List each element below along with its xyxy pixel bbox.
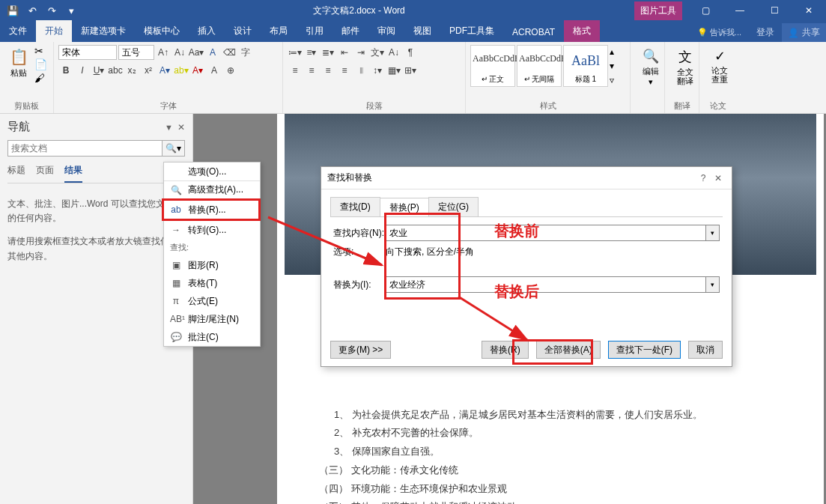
- clear-format-icon[interactable]: ⌫: [222, 45, 237, 60]
- bullets-icon[interactable]: ≔▾: [288, 45, 303, 60]
- tab-acrobat[interactable]: ACROBAT: [503, 22, 564, 42]
- nav-tab-pages[interactable]: 页面: [36, 164, 54, 183]
- find-dropdown-icon[interactable]: ▾: [706, 225, 720, 241]
- shading-icon[interactable]: ▦▾: [386, 63, 401, 78]
- tab-template-center[interactable]: 模板中心: [135, 20, 189, 42]
- full-translate-button[interactable]: 文 全文 翻译: [669, 45, 701, 85]
- undo-icon[interactable]: ↶: [24, 2, 40, 19]
- tell-me[interactable]: 💡 告诉我...: [690, 27, 749, 38]
- find-input[interactable]: [386, 225, 706, 241]
- indent-dec-icon[interactable]: ⇤: [337, 45, 352, 60]
- enclose-char-icon[interactable]: 字: [238, 45, 253, 60]
- align-left-icon[interactable]: ≡: [288, 63, 303, 78]
- numbering-icon[interactable]: ≡▾: [304, 45, 319, 60]
- nav-search-button[interactable]: 🔍▾: [163, 140, 185, 157]
- menu-goto[interactable]: →转到(G)...: [164, 221, 260, 239]
- qat-more-icon[interactable]: ▾: [63, 2, 79, 19]
- font-size-combo[interactable]: 五号: [118, 45, 154, 60]
- char-border-icon[interactable]: A: [207, 63, 222, 78]
- tab-view[interactable]: 视图: [404, 20, 440, 42]
- find-next-button[interactable]: 查找下一处(F): [608, 341, 681, 359]
- menu-tables[interactable]: ▦表格(T): [164, 274, 260, 292]
- borders-icon[interactable]: ⊞▾: [403, 63, 418, 78]
- tab-layout[interactable]: 布局: [261, 20, 297, 42]
- dialog-close-icon[interactable]: ✕: [711, 173, 726, 183]
- indent-inc-icon[interactable]: ⇥: [353, 45, 368, 60]
- paper-check-button[interactable]: ✓ 论文 查重: [704, 45, 735, 84]
- dialog-help-icon[interactable]: ?: [696, 173, 711, 183]
- close-icon[interactable]: ✕: [792, 0, 826, 21]
- tab-template-item[interactable]: 新建选项卡: [72, 20, 135, 42]
- cut-icon[interactable]: ✂: [34, 45, 47, 57]
- cancel-button[interactable]: 取消: [688, 341, 723, 359]
- paste-button[interactable]: 📋 粘贴: [4, 45, 33, 84]
- styles-down-icon[interactable]: ▾: [610, 61, 620, 71]
- distribute-icon[interactable]: ⫴: [353, 63, 368, 78]
- menu-footnotes[interactable]: AB¹脚注/尾注(N): [164, 310, 260, 328]
- align-right-icon[interactable]: ≡: [321, 63, 335, 78]
- minimize-icon[interactable]: —: [723, 0, 757, 21]
- redo-icon[interactable]: ↷: [43, 2, 60, 19]
- line-spacing-icon[interactable]: ↕▾: [370, 63, 385, 78]
- change-case-icon[interactable]: Aa▾: [189, 45, 204, 60]
- tab-insert[interactable]: 插入: [189, 20, 225, 42]
- edit-button[interactable]: 🔍 编辑▾: [635, 45, 666, 87]
- tab-mail[interactable]: 邮件: [332, 20, 368, 42]
- styles-up-icon[interactable]: ▴: [610, 46, 620, 57]
- picture-tools-tab[interactable]: 图片工具: [634, 1, 682, 20]
- tab-design[interactable]: 设计: [225, 20, 261, 42]
- subscript-icon[interactable]: x₂: [124, 63, 139, 78]
- menu-advanced-find[interactable]: 🔍高级查找(A)...: [164, 180, 260, 198]
- highlight-icon[interactable]: ab▾: [174, 63, 189, 78]
- login-link[interactable]: 登录: [749, 26, 782, 39]
- multilevel-icon[interactable]: ≣▾: [321, 45, 335, 60]
- style-heading1[interactable]: AaBl标题 1: [563, 45, 608, 87]
- nav-tab-headings[interactable]: 标题: [7, 164, 25, 183]
- style-normal[interactable]: AaBbCcDdE↵ 正文: [470, 45, 515, 87]
- phonetic-icon[interactable]: A: [205, 45, 220, 60]
- replace-all-button[interactable]: 全部替换(A): [536, 341, 601, 359]
- copy-icon[interactable]: 📄: [34, 58, 47, 70]
- tab-review[interactable]: 审阅: [368, 20, 404, 42]
- grow-font-icon[interactable]: A↑: [156, 45, 171, 60]
- share-button[interactable]: 👤 共享: [782, 23, 826, 42]
- ribbon-options-icon[interactable]: ▢: [688, 0, 723, 21]
- font-name-combo[interactable]: 宋体: [58, 45, 117, 60]
- replace-input[interactable]: [386, 276, 706, 293]
- show-marks-icon[interactable]: ¶: [403, 45, 418, 60]
- align-center-icon[interactable]: ≡: [304, 63, 319, 78]
- dialog-tab-find[interactable]: 查找(D): [330, 197, 380, 216]
- nav-pin-icon[interactable]: ▼: [165, 123, 173, 132]
- sort-icon[interactable]: A↓: [386, 45, 401, 60]
- menu-graphics[interactable]: ▣图形(R): [164, 256, 260, 274]
- nav-tab-results[interactable]: 结果: [64, 164, 82, 183]
- strike-icon[interactable]: abc: [108, 63, 123, 78]
- tab-pdf[interactable]: PDF工具集: [440, 20, 503, 42]
- text-effects-icon[interactable]: A▾: [157, 63, 172, 78]
- format-painter-icon[interactable]: 🖌: [34, 72, 47, 84]
- asian-layout-icon[interactable]: 文▾: [370, 45, 385, 60]
- tab-references[interactable]: 引用: [297, 20, 332, 42]
- save-icon[interactable]: 💾: [4, 2, 21, 19]
- justify-icon[interactable]: ≡: [337, 63, 352, 78]
- tab-file[interactable]: 文件: [0, 20, 36, 42]
- maximize-icon[interactable]: ☐: [757, 0, 792, 21]
- replace-dropdown-icon[interactable]: ▾: [706, 276, 720, 293]
- font-color-icon[interactable]: A▾: [190, 63, 205, 78]
- bold-icon[interactable]: B: [58, 63, 73, 78]
- dialog-tab-goto[interactable]: 定位(G): [428, 197, 479, 216]
- menu-equations[interactable]: π公式(E): [164, 292, 260, 310]
- menu-comments[interactable]: 💬批注(C): [164, 328, 260, 346]
- underline-icon[interactable]: U▾: [91, 63, 106, 78]
- nav-close-icon[interactable]: ✕: [177, 122, 185, 133]
- superscript-icon[interactable]: x²: [141, 63, 156, 78]
- char-shading-icon[interactable]: ⊕: [223, 63, 238, 78]
- menu-options[interactable]: 选项(O)...: [164, 163, 260, 180]
- style-no-spacing[interactable]: AaBbCcDdE↵ 无间隔: [517, 45, 562, 87]
- tab-format[interactable]: 格式: [564, 20, 600, 42]
- tab-home[interactable]: 开始: [36, 20, 72, 42]
- styles-more-icon[interactable]: ▿: [610, 75, 620, 85]
- dialog-tab-replace[interactable]: 替换(P): [380, 198, 429, 217]
- replace-button[interactable]: 替换(R): [482, 341, 529, 359]
- italic-icon[interactable]: I: [75, 63, 90, 78]
